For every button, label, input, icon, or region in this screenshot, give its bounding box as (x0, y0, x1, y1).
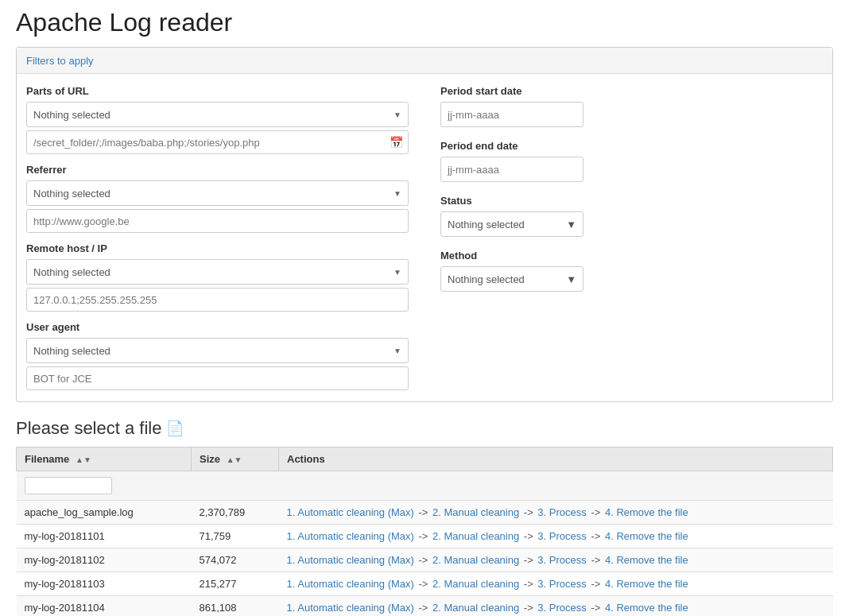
status-label: Status (440, 195, 823, 207)
file-size-cell: 574,072 (192, 548, 279, 572)
action-link[interactable]: 3. Process (537, 506, 586, 518)
file-name-cell: apache_log_sample.log (17, 501, 192, 525)
filters-label: Filters to apply (26, 55, 94, 67)
filters-section: Filters to apply Parts of URL Nothing se… (16, 47, 833, 402)
method-dropdown[interactable]: Nothing selected ▼ (440, 266, 583, 292)
parts-of-url-input[interactable] (26, 130, 409, 154)
user-agent-label: User agent (26, 321, 409, 333)
user-agent-value: Nothing selected (33, 345, 110, 357)
action-link[interactable]: 3. Process (537, 578, 586, 590)
action-link[interactable]: 2. Manual cleaning (432, 506, 519, 518)
file-name-cell: my-log-20181101 (17, 525, 192, 548)
parts-of-url-value: Nothing selected (33, 109, 110, 121)
parts-of-url-dropdown[interactable]: Nothing selected ▼ (26, 102, 409, 127)
table-row: my-log-2018110171,7591. Automatic cleani… (17, 525, 833, 548)
status-dropdown[interactable]: Nothing selected ▼ (440, 211, 583, 237)
file-actions-cell: 1. Automatic cleaning (Max) -> 2. Manual… (279, 572, 833, 596)
search-actions-cell (279, 471, 833, 501)
period-start-group: Period start date (440, 85, 823, 127)
filename-sort-icon: ▲▼ (76, 455, 91, 464)
action-link[interactable]: 4. Remove the file (605, 578, 688, 590)
period-start-input[interactable] (440, 102, 583, 127)
status-value: Nothing selected (448, 219, 525, 231)
referrer-label: Referrer (26, 164, 409, 176)
calendar-icon: 📅 (390, 136, 403, 149)
action-separator: -> (588, 578, 603, 590)
table-row: my-log-20181104861,1081. Automatic clean… (17, 596, 833, 617)
period-start-label: Period start date (440, 85, 823, 97)
table-header-row: Filename ▲▼ Size ▲▼ Actions (17, 447, 833, 471)
filters-body: Parts of URL Nothing selected ▼ 📅 Referr… (17, 74, 832, 401)
file-name-cell: my-log-20181102 (17, 548, 192, 572)
user-agent-input[interactable] (26, 366, 409, 390)
action-link[interactable]: 4. Remove the file (605, 506, 688, 518)
period-end-label: Period end date (440, 140, 823, 152)
file-actions-cell: 1. Automatic cleaning (Max) -> 2. Manual… (279, 596, 833, 617)
referrer-group: Referrer Nothing selected ▼ (26, 164, 409, 233)
period-end-group: Period end date (440, 140, 823, 182)
user-agent-dropdown[interactable]: Nothing selected ▼ (26, 338, 409, 363)
table-row: apache_log_sample.log2,370,7891. Automat… (17, 501, 833, 525)
status-group: Status Nothing selected ▼ (440, 195, 823, 237)
action-separator: -> (521, 578, 536, 590)
action-link[interactable]: 1. Automatic cleaning (Max) (287, 554, 414, 566)
method-arrow-icon: ▼ (566, 273, 576, 285)
method-value: Nothing selected (448, 273, 525, 285)
filename-search-input[interactable] (25, 477, 112, 494)
action-link[interactable]: 1. Automatic cleaning (Max) (287, 530, 414, 542)
parts-of-url-group: Parts of URL Nothing selected ▼ 📅 (26, 85, 409, 154)
action-separator: -> (521, 506, 536, 518)
files-table: Filename ▲▼ Size ▲▼ Actions (16, 447, 833, 616)
parts-of-url-input-wrap: 📅 (26, 130, 409, 154)
action-link[interactable]: 2. Manual cleaning (432, 530, 519, 542)
action-link[interactable]: 3. Process (537, 530, 586, 542)
action-separator: -> (588, 506, 603, 518)
file-upload-icon: 📄 (166, 420, 184, 437)
user-agent-group: User agent Nothing selected ▼ (26, 321, 409, 390)
status-arrow-icon: ▼ (566, 219, 576, 231)
referrer-value: Nothing selected (33, 188, 110, 200)
referrer-input[interactable] (26, 209, 409, 233)
method-group: Method Nothing selected ▼ (440, 250, 823, 292)
table-row: my-log-20181103215,2771. Automatic clean… (17, 572, 833, 596)
filters-left-col: Parts of URL Nothing selected ▼ 📅 Referr… (26, 85, 409, 390)
action-link[interactable]: 2. Manual cleaning (432, 578, 519, 590)
action-link[interactable]: 1. Automatic cleaning (Max) (287, 506, 414, 518)
table-search-row (17, 471, 833, 501)
action-link[interactable]: 1. Automatic cleaning (Max) (287, 578, 414, 590)
search-size-cell (192, 471, 279, 501)
action-link[interactable]: 3. Process (537, 602, 586, 614)
file-actions-cell: 1. Automatic cleaning (Max) -> 2. Manual… (279, 548, 833, 572)
period-end-input[interactable] (440, 157, 583, 182)
action-link[interactable]: 2. Manual cleaning (432, 602, 519, 614)
action-separator: -> (416, 602, 431, 614)
remote-host-dropdown[interactable]: Nothing selected ▼ (26, 259, 409, 285)
file-actions-cell: 1. Automatic cleaning (Max) -> 2. Manual… (279, 525, 833, 548)
remote-host-group: Remote host / IP Nothing selected ▼ (26, 242, 409, 312)
action-separator: -> (588, 554, 603, 566)
file-actions-cell: 1. Automatic cleaning (Max) -> 2. Manual… (279, 501, 833, 525)
file-section-title: Please select a file 📄 (16, 418, 833, 439)
remote-host-input[interactable] (26, 288, 409, 312)
action-link[interactable]: 4. Remove the file (605, 554, 688, 566)
action-separator: -> (588, 602, 603, 614)
action-link[interactable]: 2. Manual cleaning (432, 554, 519, 566)
action-link[interactable]: 4. Remove the file (605, 602, 688, 614)
action-link[interactable]: 4. Remove the file (605, 530, 688, 542)
action-separator: -> (521, 530, 536, 542)
parts-of-url-label: Parts of URL (26, 85, 409, 97)
action-separator: -> (416, 506, 431, 518)
remote-host-label: Remote host / IP (26, 242, 409, 254)
action-link[interactable]: 3. Process (537, 554, 586, 566)
action-separator: -> (416, 554, 431, 566)
col-actions: Actions (279, 447, 833, 471)
filters-right-col: Period start date Period end date Status… (440, 85, 823, 390)
size-sort-icon: ▲▼ (227, 455, 242, 464)
col-filename[interactable]: Filename ▲▼ (17, 447, 192, 471)
file-size-cell: 861,108 (192, 596, 279, 617)
remote-host-value: Nothing selected (33, 266, 110, 278)
user-agent-arrow-icon: ▼ (393, 347, 401, 355)
referrer-dropdown[interactable]: Nothing selected ▼ (26, 180, 409, 206)
col-size[interactable]: Size ▲▼ (192, 447, 279, 471)
action-link[interactable]: 1. Automatic cleaning (Max) (287, 602, 414, 614)
